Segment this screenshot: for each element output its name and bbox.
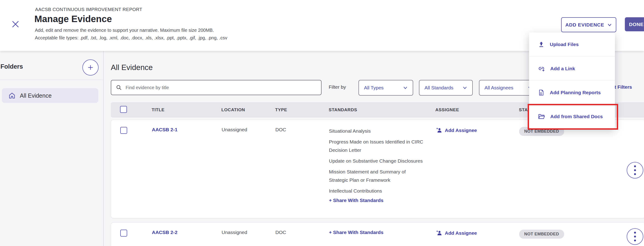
add-evidence-label: ADD EVIDENCE (565, 22, 604, 28)
chevron-down-icon (607, 22, 612, 27)
row-checkbox[interactable] (120, 127, 127, 134)
standard-item: Update on Substantive Change Disclosures (329, 157, 424, 165)
table-row: AACSB 2-2 Unassigned DOC + Share With St… (111, 223, 644, 246)
add-assignee-button[interactable]: Add Assignee (436, 127, 519, 134)
standard-item: Progress Made on Issues Identified in CI… (329, 138, 424, 154)
breadcrumb: AACSB CONTINUOUS IMPROVEMENT REPORT (35, 7, 142, 12)
upload-icon (538, 41, 545, 48)
menu-item-label: Upload Files (550, 42, 579, 47)
done-button[interactable]: DONE (625, 17, 644, 31)
standard-item: Situational Analysis (329, 127, 424, 135)
add-evidence-button[interactable]: ADD EVIDENCE (561, 17, 616, 32)
evidence-type: DOC (275, 127, 329, 132)
done-label: DONE (629, 22, 644, 27)
share-with-standards-link[interactable]: + Share With Standards (329, 230, 424, 235)
menu-item-upload-files[interactable]: Upload Files (529, 32, 615, 56)
column-header-title: TITLE (152, 107, 221, 113)
status-cell: NOT EMBEDDED (519, 230, 644, 239)
evidence-location: Unassigned (222, 127, 275, 132)
menu-item-label: Add a Link (550, 66, 575, 71)
row-actions-menu-button[interactable] (627, 162, 643, 178)
column-header-location: LOCATION (221, 107, 275, 113)
menu-item-add-a-link[interactable]: Add a Link (529, 56, 615, 80)
link-add-icon (538, 65, 545, 72)
filter-types-select[interactable]: All Types (358, 80, 413, 96)
manage-evidence-dialog: AACSB CONTINUOUS IMPROVEMENT REPORT Mana… (0, 0, 644, 246)
home-icon (8, 92, 16, 99)
standards-list: Situational Analysis Progress Made on Is… (329, 127, 424, 203)
column-header-type: TYPE (275, 107, 329, 113)
row-checkbox[interactable] (120, 230, 127, 237)
evidence-title-link[interactable]: AACSB 2-2 (152, 230, 222, 235)
person-add-icon (436, 127, 442, 134)
evidence-location: Unassigned (222, 230, 275, 235)
plus-icon (87, 64, 94, 71)
evidence-title-link[interactable]: AACSB 2-1 (152, 127, 222, 132)
add-evidence-dropdown-menu: Upload Files Add a Link Add Planning Rep… (529, 32, 615, 128)
table-row: AACSB 2-1 Unassigned DOC Situational Ana… (111, 120, 644, 218)
close-icon[interactable] (10, 19, 20, 29)
standards-list: + Share With Standards (329, 230, 424, 235)
search-box (111, 80, 322, 95)
person-add-icon (436, 230, 442, 237)
subtitle-line-1: Add, edit and remove the evidence to sup… (35, 28, 214, 33)
status-badge: NOT EMBEDDED (519, 230, 564, 239)
search-icon (116, 85, 122, 91)
column-header-standards: STANDARDS (329, 107, 435, 113)
evidence-type: DOC (275, 230, 329, 235)
filter-assignees-value: All Assignees (484, 85, 513, 91)
sidebar-item-label: All Evidence (20, 92, 52, 99)
search-input[interactable] (125, 85, 316, 91)
report-document-icon (538, 89, 545, 96)
menu-item-add-planning-reports[interactable]: Add Planning Reports (529, 80, 615, 104)
add-assignee-label: Add Assignee (445, 230, 477, 236)
page-title: Manage Evidence (34, 14, 112, 24)
subtitle-line-2: Acceptable file types: .pdf, .txt, .log,… (35, 35, 227, 40)
section-heading: All Evidence (111, 63, 153, 72)
menu-item-label: Add from Shared Docs (550, 114, 603, 119)
select-all-checkbox[interactable] (120, 106, 127, 113)
chevron-down-icon (462, 86, 467, 90)
column-header-assignee: ASSIGNEE (435, 107, 519, 113)
filter-standards-select[interactable]: All Standards (419, 80, 473, 96)
add-folder-button[interactable] (82, 59, 98, 76)
chevron-down-icon (403, 86, 408, 90)
filter-types-value: All Types (364, 85, 384, 91)
sidebar-divider (103, 51, 104, 246)
sidebar-item-all-evidence[interactable]: All Evidence (2, 88, 98, 103)
add-assignee-button[interactable]: Add Assignee (436, 230, 519, 237)
standard-item: Intellectual Contributions (329, 187, 424, 195)
filter-standards-value: All Standards (424, 85, 453, 91)
open-folder-icon (538, 113, 545, 120)
row-actions-menu-button[interactable] (627, 228, 643, 245)
add-assignee-label: Add Assignee (445, 127, 477, 133)
share-with-standards-link[interactable]: + Share With Standards (329, 198, 424, 203)
menu-item-label: Add Planning Reports (550, 90, 601, 95)
sidebar-section-divider (0, 80, 103, 80)
standard-item: Mission Statement and Summary of Strateg… (329, 168, 424, 184)
folders-title: Folders (0, 63, 23, 70)
menu-item-add-from-shared-docs[interactable]: Add from Shared Docs (529, 104, 615, 128)
filter-by-label: Filter by (329, 84, 346, 90)
